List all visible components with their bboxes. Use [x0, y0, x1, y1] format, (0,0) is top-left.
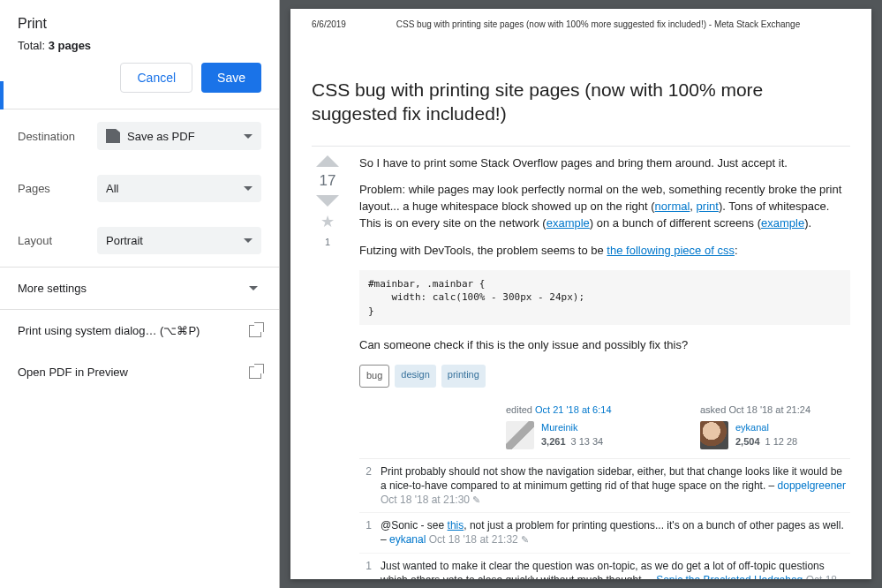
- external-icon: [249, 366, 261, 379]
- text-run: asked: [700, 404, 728, 415]
- text-run: edited: [506, 404, 535, 415]
- text-run: ,: [690, 200, 696, 213]
- pages-select[interactable]: All: [97, 175, 261, 202]
- link-example[interactable]: example: [761, 216, 804, 230]
- edit-date[interactable]: Oct 21 '18 at 6:14: [535, 404, 612, 415]
- badge-counts: 1 12 28: [765, 436, 798, 447]
- editor-rep: 3,2613 13 34: [541, 435, 603, 449]
- text-run: ).: [804, 216, 811, 230]
- print-preview-pane[interactable]: 6/6/2019 CSS bug with printing site page…: [280, 0, 882, 588]
- pages-label: Pages: [18, 182, 97, 195]
- layout-label: Layout: [18, 234, 97, 247]
- edit-pencil-icon: ✎: [521, 534, 529, 545]
- layout-select[interactable]: Portrait: [97, 227, 261, 254]
- paragraph: Problem: while pages may look perfectly …: [359, 182, 850, 232]
- paragraph: So I have to print some Stack Overflow p…: [359, 155, 850, 172]
- total-prefix: Total:: [18, 39, 49, 52]
- vote-column: 17 ★ 1: [312, 155, 343, 579]
- paragraph: Futzing with DevTools, the problem seems…: [359, 243, 850, 260]
- edit-pencil-icon: ✎: [472, 494, 480, 505]
- ask-action: asked Oct 18 '18 at 21:24: [700, 403, 850, 418]
- save-button[interactable]: Save: [201, 63, 261, 93]
- text-run: @Sonic - see: [381, 519, 448, 531]
- print-header: Print Total: 3 pages: [0, 0, 279, 63]
- asker-name[interactable]: eykanal: [735, 421, 797, 435]
- page-header: 6/6/2019 CSS bug with printing site page…: [312, 19, 850, 29]
- chevron-down-icon: [244, 134, 253, 139]
- comment-row: 1 @Sonic - see this, not just a problem …: [359, 513, 850, 553]
- open-preview-link[interactable]: Open PDF in Preview: [0, 351, 279, 393]
- comment-text: Just wanted to make it clear the questio…: [381, 559, 850, 579]
- downvote-icon[interactable]: [316, 195, 339, 207]
- comment-date: Oct 18 '18 at 21:30: [381, 494, 470, 506]
- text-run: ) on a bunch of different screens (: [590, 216, 761, 230]
- text-run: Print probably should not show the navig…: [381, 465, 842, 492]
- preview-page: 6/6/2019 CSS bug with printing site page…: [290, 9, 871, 579]
- editor-box: edited Oct 21 '18 at 6:14 Mureinik 3,261…: [506, 403, 656, 449]
- comment-user[interactable]: Sonic the Bracketed Hedgehog: [656, 574, 803, 579]
- link-example[interactable]: example: [547, 216, 590, 230]
- tag-printing[interactable]: printing: [441, 365, 486, 388]
- chevron-down-icon: [244, 238, 253, 243]
- chevron-down-icon: [249, 286, 258, 290]
- favorite-count: 1: [325, 237, 330, 247]
- code-block: #mainbar, .mainbar { width: calc(100% - …: [359, 270, 850, 325]
- comment-row: 1 Just wanted to make it clear the quest…: [359, 554, 850, 579]
- comment-text: @Sonic - see this, not just a problem fo…: [381, 518, 850, 547]
- asker-box: asked Oct 18 '18 at 21:24 eykanal 2,5041…: [700, 403, 850, 449]
- owner-row: edited Oct 21 '18 at 6:14 Mureinik 3,261…: [359, 403, 850, 449]
- page-header-date: 6/6/2019: [312, 19, 346, 29]
- ask-date: Oct 18 '18 at 21:24: [728, 404, 810, 415]
- comment-score: 1: [359, 518, 372, 547]
- destination-value: Save as PDF: [127, 130, 195, 143]
- rep-score: 2,504: [735, 436, 760, 447]
- more-settings-toggle[interactable]: More settings: [0, 268, 279, 309]
- destination-row: Destination Save as PDF: [0, 109, 279, 162]
- sidebar-accent: [0, 81, 4, 109]
- upvote-icon[interactable]: [316, 155, 339, 167]
- link-normal[interactable]: normal: [655, 200, 690, 213]
- pages-value: All: [106, 182, 118, 195]
- editor-name[interactable]: Mureinik: [541, 421, 603, 435]
- question-title: CSS bug with printing site pages (now wi…: [312, 78, 850, 126]
- print-title: Print: [18, 16, 261, 32]
- comments-list: 2 Print probably should not show the nav…: [359, 458, 850, 579]
- print-sidebar: Print Total: 3 pages Cancel Save Destina…: [0, 0, 280, 588]
- external-icon: [249, 325, 261, 337]
- badge-counts: 3 13 34: [571, 436, 604, 447]
- comment-link[interactable]: this: [448, 519, 464, 531]
- tag-bug[interactable]: bug: [359, 365, 389, 388]
- text-run: Futzing with DevTools, the problem seems…: [359, 244, 607, 257]
- chevron-down-icon: [244, 186, 253, 191]
- avatar[interactable]: [506, 421, 534, 449]
- avatar[interactable]: [700, 421, 728, 449]
- destination-label: Destination: [18, 130, 97, 143]
- comment-score: 1: [359, 559, 372, 579]
- layout-row: Layout Portrait: [0, 215, 279, 267]
- favorite-icon[interactable]: ★: [320, 212, 335, 231]
- pages-row: Pages All: [0, 162, 279, 215]
- tag-list: bug design printing: [359, 365, 850, 388]
- system-dialog-link[interactable]: Print using system dialog… (⌥⌘P): [0, 310, 279, 351]
- comment-user[interactable]: doppelgreener: [778, 479, 846, 492]
- edit-action: edited Oct 21 '18 at 6:14: [506, 403, 656, 418]
- system-dialog-label: Print using system dialog… (⌥⌘P): [18, 324, 200, 337]
- comment-text: Print probably should not show the navig…: [381, 464, 850, 508]
- comment-user[interactable]: eykanal: [389, 533, 426, 546]
- page-total: Total: 3 pages: [18, 39, 261, 52]
- open-preview-label: Open PDF in Preview: [18, 366, 128, 379]
- more-settings-label: More settings: [18, 282, 87, 295]
- link-css[interactable]: the following piece of css: [607, 244, 735, 257]
- link-print[interactable]: print: [697, 200, 719, 213]
- button-row: Cancel Save: [0, 63, 279, 109]
- asker-rep: 2,5041 12 28: [735, 435, 797, 449]
- page-header-title: CSS bug with printing site pages (now wi…: [396, 19, 800, 29]
- question-body: 17 ★ 1 So I have to print some Stack Ove…: [312, 146, 850, 579]
- paragraph: Can someone check if this is the only is…: [359, 337, 850, 354]
- destination-select[interactable]: Save as PDF: [97, 122, 261, 150]
- cancel-button[interactable]: Cancel: [120, 63, 192, 93]
- comment-date: Oct 18 '18 at 21:32: [426, 533, 517, 546]
- vote-score: 17: [320, 172, 336, 190]
- tag-design[interactable]: design: [395, 365, 435, 388]
- layout-value: Portrait: [106, 234, 143, 247]
